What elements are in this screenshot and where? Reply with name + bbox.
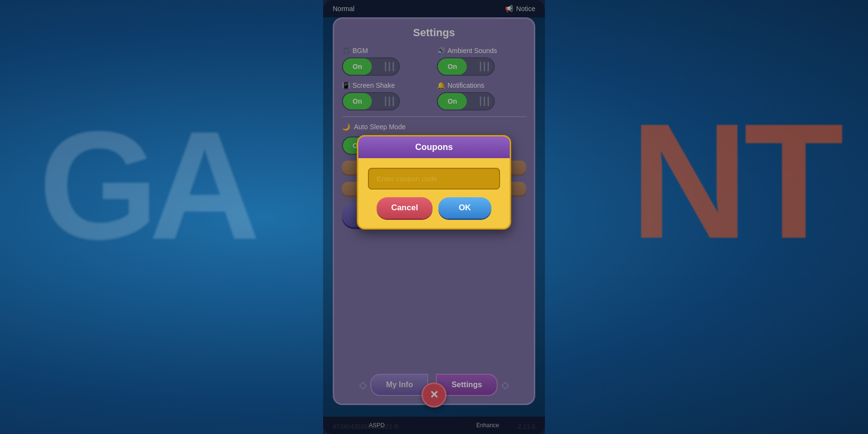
bg-text-ga: GA [39,96,251,274]
center-panel: Normal 📢 Notice Settings 🎵 BGM On [323,0,545,434]
bg-text-nt: NT [630,87,839,275]
coupon-modal-buttons: Cancel OK [368,197,500,218]
coupon-modal-body: Cancel OK [358,158,510,228]
coupon-modal-header: Coupons [358,136,510,158]
cancel-button[interactable]: Cancel [377,197,433,218]
ok-button[interactable]: OK [438,197,491,218]
coupon-modal-title: Coupons [415,142,453,152]
coupon-modal: Coupons Cancel OK [357,135,511,230]
coupon-code-input[interactable] [368,168,500,190]
